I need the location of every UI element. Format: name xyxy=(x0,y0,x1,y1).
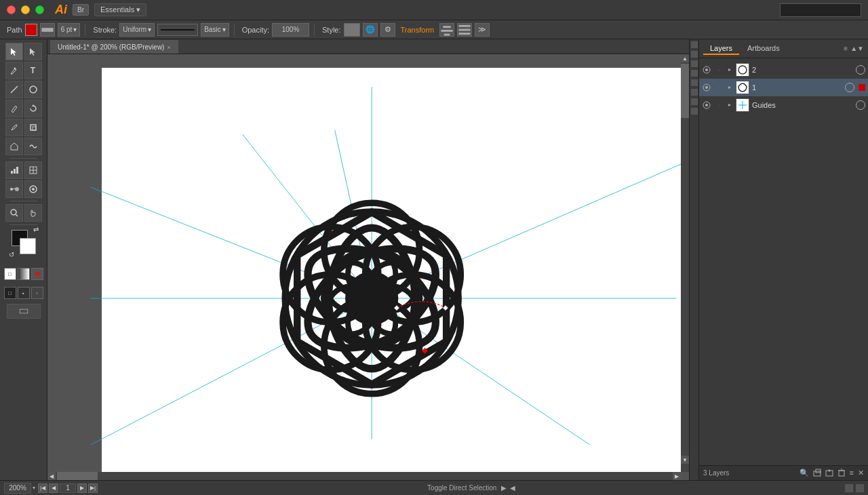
normal-mode-icon[interactable]: □ xyxy=(4,287,16,299)
layer-2-expand[interactable] xyxy=(726,66,733,73)
page-input[interactable]: 1 xyxy=(60,483,76,493)
chart-tool[interactable] xyxy=(5,161,23,179)
layer-row-2[interactable]: · 2 xyxy=(699,61,868,79)
symbols-icon[interactable] xyxy=(691,70,698,77)
layer-1-expand[interactable] xyxy=(726,84,733,91)
scroll-right-arrow[interactable]: ▶ xyxy=(673,472,681,480)
artboard-tool[interactable] xyxy=(7,304,41,319)
bridge-button[interactable]: Br xyxy=(73,4,89,16)
layers-panel-expand-icon[interactable]: ▲▼ xyxy=(850,45,864,52)
stroke-profile-dropdown[interactable]: Basic ▾ xyxy=(201,23,229,37)
minimize-button[interactable] xyxy=(21,5,30,14)
hand-tool[interactable] xyxy=(24,204,42,222)
canvas-area[interactable]: ▲ ▼ ◀ ▶ xyxy=(47,54,689,480)
background-swatch[interactable] xyxy=(20,238,36,254)
last-page-button[interactable]: ▶| xyxy=(88,483,98,493)
opacity-input[interactable]: 100% xyxy=(272,23,309,37)
navigator-icon[interactable] xyxy=(691,98,698,105)
layer-2-lock[interactable]: · xyxy=(714,65,724,75)
first-page-button[interactable]: |◀ xyxy=(38,483,47,493)
layer-row-1[interactable]: · 1 xyxy=(699,79,868,96)
make-sublayer-icon[interactable] xyxy=(813,469,821,478)
pen-tool[interactable] xyxy=(5,62,23,79)
swap-colors-icon[interactable]: ⇄ xyxy=(33,226,39,233)
zoom-tool[interactable] xyxy=(5,204,23,222)
color-fill-icon[interactable]: □ xyxy=(4,268,16,280)
direct-select-tool[interactable] xyxy=(24,43,42,60)
align-icon[interactable] xyxy=(439,23,454,37)
stroke-color-swatch[interactable] xyxy=(25,24,37,36)
appearance-panel-icon[interactable] xyxy=(691,89,698,96)
panel-icon[interactable] xyxy=(457,23,472,37)
scrollbar-thumb-h[interactable] xyxy=(57,472,98,480)
panel-menu-icon[interactable]: ≡ xyxy=(850,469,854,478)
close-panel-icon[interactable]: ✕ xyxy=(858,469,864,478)
layer-guides-lock[interactable]: · xyxy=(714,100,724,110)
graphic-styles-icon[interactable] xyxy=(691,79,698,86)
scroll-up-arrow[interactable]: ▲ xyxy=(681,54,689,62)
brushes-icon[interactable] xyxy=(691,60,698,67)
zoom-control[interactable]: 200% ▾ xyxy=(4,483,35,494)
prev-page-button[interactable]: ◀ xyxy=(49,483,58,493)
delete-layer-icon[interactable] xyxy=(837,469,846,478)
stroke-type-dropdown[interactable]: Uniform ▾ xyxy=(119,23,155,37)
presentation-icon[interactable]: ▫ xyxy=(31,287,43,299)
appearance-icon[interactable]: ⚙ xyxy=(380,23,395,37)
transform-tool[interactable] xyxy=(5,138,23,155)
search-layer-icon[interactable]: 🔍 xyxy=(800,469,809,478)
rotate-tool[interactable] xyxy=(24,100,42,117)
close-button[interactable] xyxy=(7,5,16,14)
scroll-down-arrow[interactable]: ▼ xyxy=(681,456,689,464)
layers-panel-menu-icon[interactable]: ≡ xyxy=(844,45,848,52)
scroll-left-arrow[interactable]: ◀ xyxy=(47,472,56,480)
tab-close-button[interactable]: × xyxy=(167,44,170,51)
maximize-button[interactable] xyxy=(35,5,44,14)
select-tool[interactable] xyxy=(5,43,23,60)
symbol-tool[interactable] xyxy=(24,180,42,198)
mesh-tool[interactable] xyxy=(24,161,42,179)
layer-row-guides[interactable]: · Guides xyxy=(699,96,868,114)
zoom-dropdown-arrow[interactable]: ▾ xyxy=(33,485,35,491)
status-end-arrow[interactable]: ◀ xyxy=(510,484,515,492)
full-screen-icon[interactable]: ▪ xyxy=(18,287,30,299)
workspace-button[interactable]: Essentials ▾ xyxy=(94,3,146,16)
layer-1-lock[interactable]: · xyxy=(714,83,724,92)
horizontal-scrollbar[interactable]: ◀ ▶ xyxy=(47,472,681,480)
scrollbar-thumb-v[interactable] xyxy=(681,64,689,118)
tab-layers[interactable]: Layers xyxy=(703,43,739,55)
layer-guides-expand[interactable] xyxy=(726,102,733,108)
stroke-type-icon[interactable] xyxy=(40,23,55,37)
options-icon[interactable]: ≫ xyxy=(475,23,490,37)
next-page-button[interactable]: ▶ xyxy=(77,483,87,493)
layer-1-visibility[interactable] xyxy=(702,83,711,92)
scale-tool[interactable] xyxy=(24,119,42,136)
info-panel-icon[interactable] xyxy=(691,108,698,115)
status-arrow[interactable]: ▶ xyxy=(501,484,507,492)
search-input[interactable] xyxy=(780,3,861,17)
color-swatches[interactable]: ⇄ ↺ xyxy=(12,230,36,254)
zoom-input[interactable]: 200% xyxy=(4,483,31,494)
color-panel-icon[interactable] xyxy=(691,41,698,48)
stroke-width-dropdown[interactable]: 6 pt ▾ xyxy=(58,23,81,37)
style-swatch[interactable] xyxy=(344,23,360,37)
transform-button[interactable]: Transform xyxy=(398,26,437,34)
vertical-scrollbar[interactable]: ▲ ▼ xyxy=(681,54,689,472)
new-layer-icon[interactable] xyxy=(825,469,833,478)
swatches-icon[interactable] xyxy=(691,51,698,58)
line-tool[interactable] xyxy=(5,81,23,98)
layer-guides-circle[interactable] xyxy=(856,100,865,110)
document-tab[interactable]: Untitled-1* @ 200% (RGB/Preview) × xyxy=(50,40,178,54)
ellipse-tool[interactable] xyxy=(24,81,42,98)
brush-tool[interactable] xyxy=(5,119,23,136)
layer-2-visibility[interactable] xyxy=(702,65,711,75)
warp-tool[interactable] xyxy=(24,138,42,155)
layer-guides-visibility[interactable] xyxy=(702,100,711,110)
type-tool[interactable]: T xyxy=(24,62,42,79)
gradient-fill-icon[interactable] xyxy=(18,268,30,280)
tab-artboards[interactable]: Artboards xyxy=(741,43,787,55)
blend-tool[interactable] xyxy=(5,180,23,198)
layer-2-circle[interactable] xyxy=(856,65,865,75)
reset-colors-icon[interactable]: ↺ xyxy=(9,251,14,258)
layer-1-circle[interactable] xyxy=(845,83,854,92)
no-fill-icon[interactable]: ⊘ xyxy=(31,268,43,280)
